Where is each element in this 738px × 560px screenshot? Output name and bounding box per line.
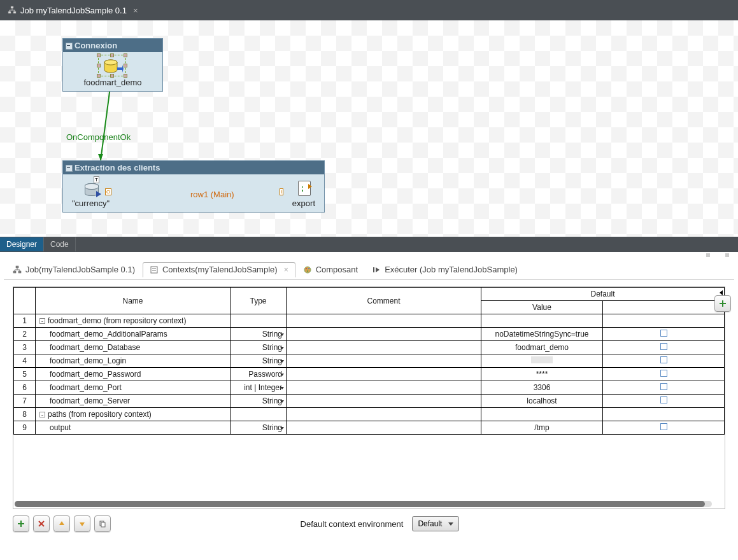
cell-value[interactable] — [481, 314, 603, 328]
table-row[interactable]: 1-foodmart_demo (from repository context… — [14, 314, 725, 328]
cell-comment[interactable] — [287, 368, 481, 381]
tab-job[interactable]: Job(myTalendJobSample 0.1) — [6, 262, 141, 277]
cell-checkbox[interactable] — [603, 395, 725, 408]
checkbox[interactable] — [660, 370, 667, 377]
cell-type[interactable] — [231, 314, 287, 328]
checkbox[interactable] — [660, 330, 667, 337]
table-row[interactable]: 6foodmart_demo_Portint | Integer3306 — [14, 381, 725, 395]
cell-name[interactable]: -paths (from repository context) — [36, 408, 231, 421]
cell-name[interactable]: foodmart_demo_Database — [36, 341, 231, 354]
checkbox[interactable] — [660, 383, 667, 390]
close-icon[interactable]: × — [284, 265, 288, 274]
env-combo[interactable]: Default — [412, 516, 459, 531]
header-type[interactable]: Type — [231, 288, 287, 314]
cell-comment[interactable] — [287, 421, 481, 435]
checkbox[interactable] — [660, 356, 667, 363]
cell-checkbox[interactable] — [603, 354, 725, 368]
cell-name[interactable]: -foodmart_demo (from repository context) — [36, 314, 231, 328]
subjob-extraction[interactable]: Extraction des clients "currency" row1 (… — [62, 160, 325, 213]
header-value[interactable]: Value — [481, 301, 603, 314]
cell-checkbox[interactable] — [603, 421, 725, 435]
minimize-icon[interactable] — [706, 253, 710, 257]
cell-checkbox[interactable] — [603, 328, 725, 341]
maximize-icon[interactable] — [725, 253, 729, 257]
cell-value[interactable]: **** — [481, 368, 603, 381]
cell-comment[interactable] — [287, 328, 481, 341]
tab-designer[interactable]: Designer — [0, 237, 44, 251]
tab-component[interactable]: Composant — [297, 262, 364, 277]
cell-name[interactable]: foodmart_demo_Port — [36, 381, 231, 395]
cell-value[interactable]: foodmart_demo — [481, 341, 603, 354]
table-row[interactable]: 3foodmart_demo_DatabaseStringfoodmart_de… — [14, 341, 725, 354]
tab-run[interactable]: Exécuter (Job myTalendJobSample) — [365, 262, 524, 277]
cell-name[interactable]: foodmart_demo_Server — [36, 395, 231, 408]
table-row[interactable]: 8-paths (from repository context) — [14, 408, 725, 421]
header-comment[interactable]: Comment — [287, 288, 481, 314]
tab-code[interactable]: Code — [44, 237, 76, 251]
move-down-button[interactable] — [74, 515, 90, 532]
svg-rect-0 — [11, 6, 13, 8]
remove-variable-button[interactable] — [33, 515, 50, 532]
cell-name[interactable]: foodmart_demo_AdditionalParams — [36, 328, 231, 341]
cell-value[interactable]: /tmp — [481, 421, 603, 435]
cell-comment[interactable] — [287, 314, 481, 328]
cell-type[interactable]: String — [231, 328, 287, 341]
table-row[interactable]: 2foodmart_demo_AdditionalParamsStringnoD… — [14, 328, 725, 341]
component-export[interactable]: ; export — [292, 181, 315, 208]
add-variable-button[interactable] — [13, 515, 29, 532]
cell-type[interactable]: String — [231, 354, 287, 368]
cell-comment[interactable] — [287, 408, 481, 421]
file-output-icon: ; — [295, 181, 312, 197]
tab-contexts[interactable]: Contexts(myTalendJobSample) × — [143, 262, 295, 277]
contexts-table[interactable]: Name Type Comment Default Value 1-foodma… — [13, 287, 725, 435]
table-row[interactable]: 7foodmart_demo_ServerStringlocalhost — [14, 395, 725, 408]
cell-comment[interactable] — [287, 395, 481, 408]
subjob-connexion[interactable]: Connexion — [62, 38, 163, 92]
cell-value[interactable] — [481, 408, 603, 421]
cell-name[interactable]: foodmart_demo_Password — [36, 368, 231, 381]
marker-t: T — [94, 176, 99, 183]
cell-comment[interactable] — [287, 354, 481, 368]
cell-comment[interactable] — [287, 381, 481, 395]
design-canvas[interactable]: OnComponentOk Connexion — [0, 20, 738, 237]
cell-name[interactable]: output — [36, 421, 231, 435]
cell-comment[interactable] — [287, 341, 481, 354]
collapse-icon[interactable]: - — [39, 318, 45, 324]
checkbox[interactable] — [660, 396, 667, 403]
horizontal-scrollbar[interactable] — [15, 501, 712, 507]
cell-checkbox[interactable] — [603, 408, 725, 421]
checkbox[interactable] — [660, 343, 667, 350]
cell-checkbox[interactable] — [603, 341, 725, 354]
cell-type[interactable]: int | Integer — [231, 381, 287, 395]
move-up-button[interactable] — [53, 515, 70, 532]
svg-marker-3 — [98, 154, 103, 160]
add-context-column-button[interactable] — [714, 295, 731, 312]
cell-value[interactable]: noDatetimeStringSync=true — [481, 328, 603, 341]
editor-tab-job[interactable]: Job myTalendJobSample 0.1 × — [3, 1, 143, 19]
copy-button[interactable] — [94, 515, 111, 532]
cell-value[interactable]: localhost — [481, 395, 603, 408]
cell-checkbox[interactable] — [603, 368, 725, 381]
row-number: 4 — [14, 354, 36, 368]
component-foodmart-demo[interactable]: foodmart_demo — [83, 59, 141, 87]
cell-type[interactable]: String — [231, 395, 287, 408]
collapse-icon[interactable]: - — [39, 412, 45, 417]
cell-checkbox[interactable] — [603, 381, 725, 395]
close-icon[interactable]: × — [133, 6, 138, 15]
table-row[interactable]: 5foodmart_demo_PasswordPassword**** — [14, 368, 725, 381]
header-name[interactable]: Name — [36, 288, 231, 314]
cell-value[interactable]: 3306 — [481, 381, 603, 395]
cell-type[interactable] — [231, 408, 287, 421]
db-connection-icon — [102, 59, 124, 76]
cell-checkbox[interactable] — [603, 314, 725, 328]
cell-type[interactable]: String — [231, 341, 287, 354]
checkbox[interactable] — [660, 423, 667, 430]
table-row[interactable]: 9outputString/tmp — [14, 421, 725, 435]
cell-name[interactable]: foodmart_demo_Login — [36, 354, 231, 368]
cell-value[interactable] — [481, 354, 603, 368]
table-row[interactable]: 4foodmart_demo_LoginString — [14, 354, 725, 368]
cell-type[interactable]: Password — [231, 368, 287, 381]
component-currency[interactable]: "currency" — [72, 183, 110, 208]
header-default[interactable]: Default — [481, 288, 725, 301]
cell-type[interactable]: String — [231, 421, 287, 435]
